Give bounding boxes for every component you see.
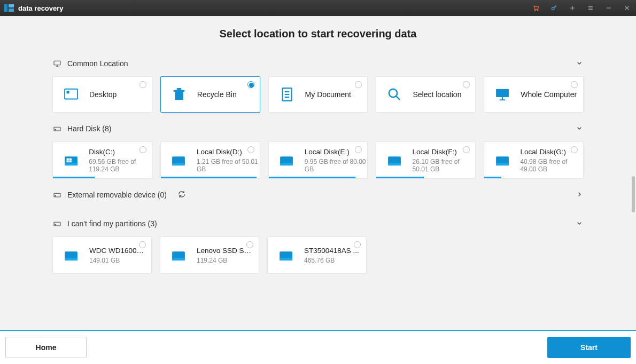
computer-icon — [492, 85, 513, 104]
monitor-icon — [52, 59, 62, 68]
svg-rect-8 — [177, 88, 182, 90]
svg-rect-17 — [69, 159, 71, 161]
card-lost-1[interactable]: WDC WD1600A... 149.01 GB — [52, 236, 152, 274]
radio-icon[interactable] — [247, 81, 254, 88]
svg-rect-6 — [175, 92, 183, 100]
svg-rect-21 — [172, 163, 185, 165]
radio-icon[interactable] — [247, 146, 254, 153]
card-sub: 69.56 GB free of 119.24 GB — [89, 158, 152, 173]
card-label: Select location — [413, 90, 461, 99]
section-hard-disk[interactable]: Hard Disk (8) — [52, 118, 584, 139]
menu-icon[interactable] — [581, 0, 600, 16]
radio-icon[interactable] — [246, 241, 253, 248]
svg-rect-4 — [65, 89, 77, 99]
main-area: Select location to start recovering data… — [0, 16, 636, 330]
svg-rect-5 — [67, 91, 69, 93]
card-sub: 40.98 GB free of 49.00 GB — [520, 158, 583, 173]
card-whole-computer[interactable]: Whole Computer — [484, 76, 584, 113]
card-label: Recycle Bin — [197, 90, 237, 99]
drive-icon — [275, 246, 297, 264]
svg-point-0 — [534, 10, 536, 11]
section-external[interactable]: External removable device (0) — [52, 184, 584, 205]
svg-point-13 — [55, 129, 56, 130]
drive-icon — [168, 246, 189, 264]
title-bar: data recovery — [0, 0, 636, 16]
card-sub: 149.01 GB — [89, 257, 145, 264]
radio-icon[interactable] — [571, 146, 578, 153]
card-label: My Document — [305, 90, 351, 99]
radio-icon[interactable] — [139, 241, 146, 248]
radio-icon[interactable] — [571, 81, 578, 88]
svg-rect-19 — [69, 161, 71, 163]
svg-rect-15 — [65, 163, 77, 165]
drive-icon — [276, 151, 297, 169]
key-icon[interactable] — [545, 0, 563, 16]
chevron-down-icon — [575, 59, 584, 69]
section-lost-partitions[interactable]: I can't find my partitions (3) — [52, 213, 584, 234]
card-my-document[interactable]: My Document — [268, 76, 368, 113]
radio-icon[interactable] — [355, 81, 362, 88]
card-label: WDC WD1600A... — [89, 247, 145, 255]
card-disk-d[interactable]: Local Disk(D:) 1.21 GB free of 50.01 GB — [160, 141, 260, 179]
card-sub: 119.24 GB — [197, 257, 253, 264]
section-label: Hard Disk (8) — [67, 124, 111, 133]
usage-bar — [376, 177, 424, 178]
section-common-location[interactable]: Common Location — [52, 53, 584, 74]
card-disk-f[interactable]: Local Disk(F:) 26.10 GB free of 50.01 GB — [376, 141, 476, 179]
disk-icon — [52, 124, 62, 133]
document-icon — [276, 85, 298, 104]
close-icon[interactable] — [618, 0, 636, 16]
usage-bar — [161, 177, 257, 178]
svg-point-10 — [389, 89, 397, 97]
card-disk-c[interactable]: Disk(C:) 69.56 GB free of 119.24 GB — [52, 141, 152, 179]
svg-point-29 — [55, 195, 56, 196]
svg-rect-18 — [66, 161, 68, 163]
card-desktop[interactable]: Desktop — [52, 76, 152, 113]
card-sub: 1.21 GB free of 50.01 GB — [197, 158, 260, 173]
start-button[interactable]: Start — [547, 337, 631, 358]
minimize-icon[interactable] — [600, 0, 618, 16]
card-disk-e[interactable]: Local Disk(E:) 9.95 GB free of 80.00 GB — [268, 141, 368, 179]
lost-row: WDC WD1600A... 149.01 GB Lenovo SSD SL..… — [52, 236, 584, 274]
drive-windows-icon — [60, 151, 81, 169]
desktop-icon — [60, 85, 82, 104]
svg-rect-7 — [174, 90, 184, 92]
scrollbar-thumb[interactable] — [632, 176, 635, 212]
radio-icon[interactable] — [354, 241, 361, 248]
footer: Home Start — [0, 331, 636, 364]
card-disk-g[interactable]: Local Disk(G:) 40.98 GB free of 49.00 GB — [484, 141, 584, 179]
card-lost-3[interactable]: ST3500418AS ... 465.76 GB — [267, 236, 367, 274]
card-recycle-bin[interactable]: Recycle Bin — [160, 76, 260, 113]
radio-icon[interactable] — [139, 81, 146, 88]
home-button[interactable]: Home — [5, 337, 87, 358]
app-title: data recovery — [18, 4, 64, 12]
radio-icon[interactable] — [463, 81, 470, 88]
card-select-location[interactable]: Select location — [376, 76, 476, 113]
svg-rect-37 — [280, 258, 292, 260]
cart-icon[interactable] — [527, 0, 545, 16]
harddisk-row: Disk(C:) 69.56 GB free of 119.24 GB Loca… — [52, 141, 584, 179]
page-title: Select location to start recovering data — [0, 16, 636, 53]
section-label: Common Location — [67, 59, 128, 68]
card-lost-2[interactable]: Lenovo SSD SL... 119.24 GB — [160, 236, 259, 274]
svg-rect-3 — [54, 61, 60, 65]
usage-bar — [269, 177, 356, 178]
svg-rect-11 — [496, 89, 509, 97]
section-label: I can't find my partitions (3) — [67, 219, 157, 228]
disk-icon — [52, 219, 62, 228]
card-label: Desktop — [89, 90, 117, 99]
disk-icon — [52, 191, 62, 199]
svg-rect-33 — [65, 258, 77, 260]
app-logo-icon — [4, 4, 14, 12]
usage-bar — [484, 177, 501, 178]
common-row: Desktop Recycle Bin My Document — [52, 76, 584, 113]
svg-rect-23 — [280, 163, 293, 165]
svg-point-1 — [537, 10, 538, 11]
refresh-icon[interactable] — [177, 190, 186, 200]
svg-rect-12 — [54, 127, 60, 131]
radio-icon[interactable] — [139, 146, 146, 153]
section-label: External removable device (0) — [67, 191, 167, 199]
svg-rect-28 — [54, 193, 60, 197]
plus-icon[interactable] — [563, 0, 581, 16]
svg-rect-16 — [66, 159, 68, 161]
